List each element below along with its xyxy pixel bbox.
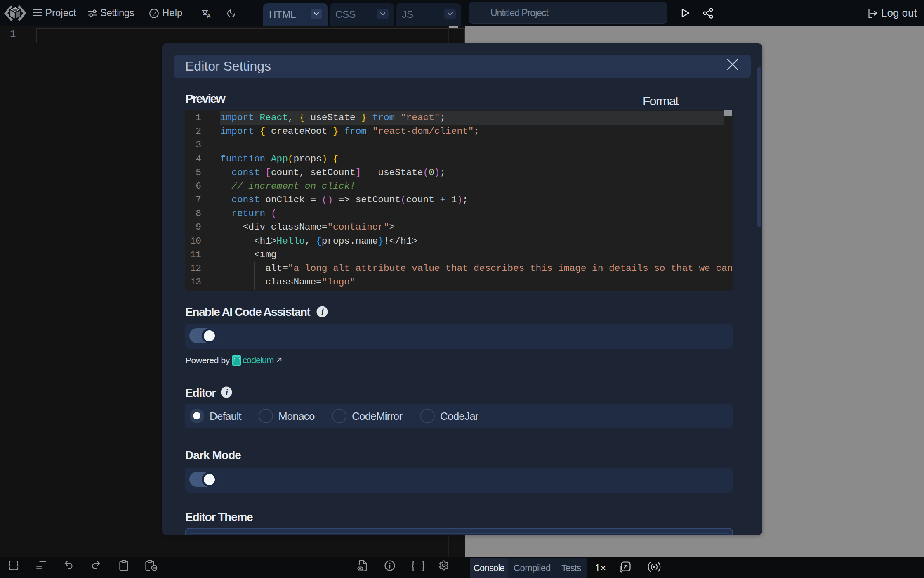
- svg-text:?: ?: [153, 10, 156, 17]
- svg-text:i: i: [321, 307, 324, 317]
- svg-text:i: i: [226, 387, 228, 397]
- svg-text:A: A: [207, 13, 211, 18]
